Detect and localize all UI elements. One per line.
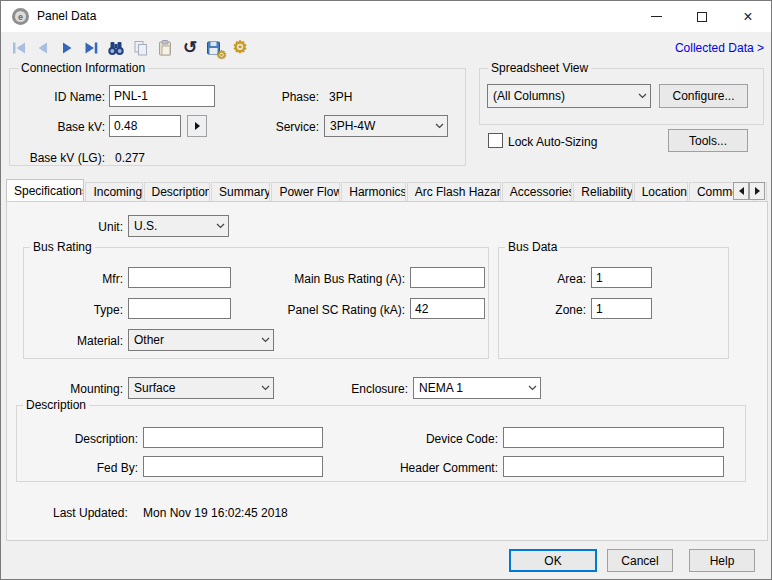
header-comment-input[interactable] xyxy=(503,456,724,477)
tab-description[interactable]: Description xyxy=(144,182,211,201)
chevron-down-icon xyxy=(257,385,273,391)
description-input[interactable] xyxy=(143,427,323,448)
next-record-icon[interactable] xyxy=(57,38,77,58)
tab-harmonics[interactable]: Harmonics xyxy=(341,182,405,201)
main-bus-rating-label: Main Bus Rating (A): xyxy=(271,272,405,286)
bus-data-label: Bus Data xyxy=(505,240,560,254)
fed-by-label: Fed By: xyxy=(61,461,138,475)
description-group-label: Description xyxy=(23,398,89,412)
phase-value: 3PH xyxy=(329,90,352,104)
tab-power-flow[interactable]: Power Flow xyxy=(271,182,340,201)
enclosure-label: Enclosure: xyxy=(341,382,408,396)
chevron-down-icon xyxy=(524,385,540,391)
last-updated-label: Last Updated: xyxy=(53,506,128,520)
panel-sc-rating-label: Panel SC Rating (kA): xyxy=(265,303,405,317)
title-bar: e Panel Data × xyxy=(1,1,771,32)
find-icon[interactable] xyxy=(105,38,127,58)
base-kv-expand-button[interactable] xyxy=(187,115,207,137)
previous-record-icon[interactable] xyxy=(33,38,53,58)
base-kv-label: Base kV: xyxy=(17,120,105,134)
service-select[interactable]: 3PH-4W xyxy=(324,115,448,137)
area-input[interactable] xyxy=(591,267,652,288)
minimize-button[interactable] xyxy=(633,1,679,32)
collected-data-link[interactable]: Collected Data > xyxy=(675,41,764,55)
phase-label: Phase: xyxy=(271,90,319,104)
refresh-icon[interactable]: ↺ xyxy=(180,38,200,58)
minimize-icon xyxy=(651,16,662,17)
mfr-input[interactable] xyxy=(128,267,231,288)
main-bus-rating-input[interactable] xyxy=(410,267,485,288)
first-record-icon[interactable] xyxy=(9,38,29,58)
close-button[interactable]: × xyxy=(725,1,771,32)
chevron-down-icon xyxy=(257,337,273,343)
tab-scroll-right-button[interactable] xyxy=(749,182,765,200)
base-kv-input[interactable] xyxy=(109,115,181,137)
tab-summary[interactable]: Summary xyxy=(211,182,270,201)
gear-badge-icon: ⚙ xyxy=(216,48,227,62)
right-arrow-icon xyxy=(755,187,760,195)
lock-autosizing-checkbox[interactable] xyxy=(488,133,503,148)
app-logo-icon: e xyxy=(12,8,29,25)
save-settings-icon[interactable]: ⚙ xyxy=(204,38,224,58)
tab-accessories[interactable]: Accessories xyxy=(502,182,573,201)
tab-scroll-left-button[interactable] xyxy=(733,182,749,200)
columns-select[interactable]: (All Columns) xyxy=(487,84,651,108)
description-label: Description: xyxy=(61,432,138,446)
ok-button[interactable]: OK xyxy=(509,549,597,572)
cancel-button[interactable]: Cancel xyxy=(607,549,673,572)
base-kv-lg-value: 0.277 xyxy=(115,151,145,165)
mfr-label: Mfr: xyxy=(35,272,123,286)
chevron-down-icon xyxy=(634,93,650,99)
tab-strip: Specifications Incoming Description Summ… xyxy=(6,180,768,201)
tab-location[interactable]: Location xyxy=(634,182,688,201)
maximize-button[interactable] xyxy=(679,1,725,32)
id-name-input[interactable] xyxy=(109,85,215,107)
tab-control: Specifications Incoming Description Summ… xyxy=(6,180,768,541)
id-name-label: ID Name: xyxy=(17,90,105,104)
close-icon: × xyxy=(743,9,752,25)
material-select[interactable]: Other xyxy=(128,329,274,351)
type-input[interactable] xyxy=(128,298,231,319)
maximize-icon xyxy=(697,12,707,22)
zone-input[interactable] xyxy=(591,298,652,319)
base-kv-lg-label: Base kV (LG): xyxy=(7,151,105,165)
chevron-down-icon xyxy=(212,223,228,229)
type-label: Type: xyxy=(35,303,123,317)
spreadsheet-view-label: Spreadsheet View xyxy=(488,61,591,75)
copy-icon[interactable] xyxy=(131,38,151,58)
mounting-select[interactable]: Surface xyxy=(128,377,274,399)
fed-by-input[interactable] xyxy=(143,456,323,477)
header-comment-label: Header Comment: xyxy=(391,461,498,475)
unit-label: Unit: xyxy=(61,220,123,234)
toolbar: ↺ ⚙ ⚙ Collected Data > xyxy=(1,32,771,63)
panel-data-window: e Panel Data × ↺ ⚙ ⚙ xyxy=(0,0,772,580)
tools-button[interactable]: Tools... xyxy=(668,129,748,152)
unit-select[interactable]: U.S. xyxy=(128,215,229,237)
options-gear-icon[interactable]: ⚙ xyxy=(230,38,250,58)
window-title: Panel Data xyxy=(37,9,96,23)
configure-button[interactable]: Configure... xyxy=(659,84,748,108)
chevron-down-icon xyxy=(431,123,447,129)
left-arrow-icon xyxy=(739,187,744,195)
bus-rating-label: Bus Rating xyxy=(30,240,95,254)
enclosure-select[interactable]: NEMA 1 xyxy=(413,377,541,399)
service-label: Service: xyxy=(271,120,319,134)
tab-scroller xyxy=(733,182,765,200)
last-updated-value: Mon Nov 19 16:02:45 2018 xyxy=(143,506,288,520)
connection-information-label: Connection Information xyxy=(18,61,148,75)
right-triangle-icon xyxy=(195,122,200,130)
area-label: Area: xyxy=(528,272,586,286)
tab-reliability[interactable]: Reliability xyxy=(573,182,632,201)
device-code-input[interactable] xyxy=(503,427,724,448)
zone-label: Zone: xyxy=(528,303,586,317)
panel-sc-rating-input[interactable] xyxy=(410,298,485,319)
tab-incoming[interactable]: Incoming xyxy=(85,182,142,201)
lock-autosizing-label: Lock Auto-Sizing xyxy=(508,135,597,149)
tab-specifications[interactable]: Specifications xyxy=(6,179,84,201)
tab-arc-flash-hazard[interactable]: Arc Flash Hazard xyxy=(407,182,501,201)
help-button[interactable]: Help xyxy=(689,549,755,572)
device-code-label: Device Code: xyxy=(401,432,498,446)
last-record-icon[interactable] xyxy=(81,38,101,58)
paste-icon[interactable] xyxy=(155,38,175,58)
mounting-label: Mounting: xyxy=(51,382,123,396)
